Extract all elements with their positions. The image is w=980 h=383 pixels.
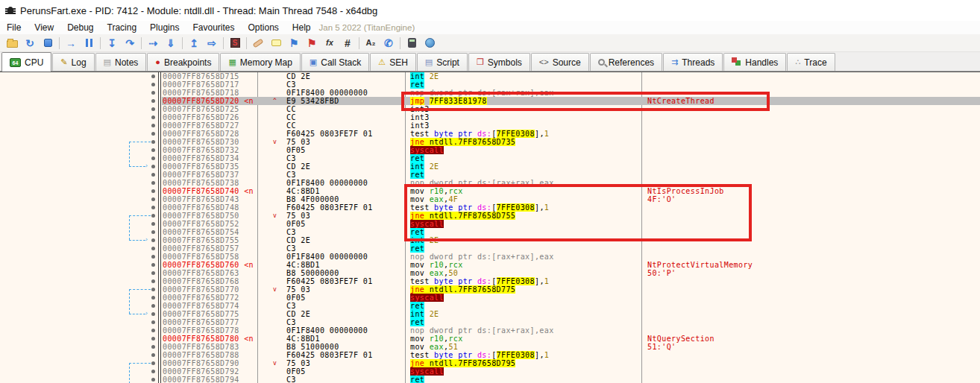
bytes-cell[interactable]: C3: [286, 154, 296, 162]
address-cell[interactable]: 00007FF87658D717: [163, 80, 257, 89]
bytes-cell[interactable]: B8 4F000000: [286, 195, 339, 203]
font-icon[interactable]: A₂: [362, 35, 380, 51]
instruction-cell[interactable]: nop dword ptr ds:[rax+rax],eax: [410, 253, 554, 261]
menu-help[interactable]: Help: [286, 21, 318, 34]
breakpoint-dot[interactable]: [151, 189, 155, 193]
bytes-cell[interactable]: CD 2E: [286, 310, 310, 318]
address-cell[interactable]: 00007FF87658D758: [163, 253, 257, 261]
tab-notes[interactable]: ▤Notes: [95, 53, 147, 71]
disasm-row[interactable]: 00007FF87658D783B8 51000000mov eax,5151:…: [0, 343, 980, 351]
bookmark-icon[interactable]: ⚑: [303, 35, 321, 51]
bytes-cell[interactable]: CD 2E: [286, 72, 310, 80]
breakpoint-dot[interactable]: [151, 329, 155, 332]
breakpoint-dot[interactable]: [151, 214, 155, 218]
bytes-cell[interactable]: C3: [286, 80, 296, 89]
restart-icon[interactable]: ↻: [21, 35, 39, 51]
instruction-cell[interactable]: int 2E: [410, 162, 439, 171]
breakpoint-dot[interactable]: [151, 132, 155, 136]
execute-till-return-icon[interactable]: ⇓: [162, 35, 180, 51]
address-cell[interactable]: 00007FF87658D757: [163, 244, 257, 253]
instruction-cell[interactable]: ret: [410, 171, 424, 179]
instruction-cell[interactable]: ret: [410, 376, 424, 383]
open-file-icon[interactable]: [3, 35, 21, 51]
address-cell[interactable]: 00007FF87658D718: [163, 89, 257, 97]
address-cell[interactable]: 00007FF87658D750: [163, 212, 257, 220]
bytes-cell[interactable]: C3: [286, 302, 296, 310]
disasm-row[interactable]: 00007FF87658D7780F1F8400 00000000nop dwo…: [0, 326, 980, 335]
instruction-cell[interactable]: mov r10,rcx: [410, 261, 463, 269]
address-cell[interactable]: 00007FF87658D754: [163, 228, 257, 236]
step-over-icon[interactable]: ↷: [121, 35, 139, 51]
address-cell[interactable]: 00007FF87658D788: [163, 351, 257, 359]
breakpoint-dot[interactable]: [151, 206, 155, 209]
disasm-row[interactable]: 00007FF87658D726CCint3: [0, 113, 980, 121]
menu-options[interactable]: Options: [241, 21, 285, 34]
breakpoint-dot[interactable]: [151, 361, 155, 365]
menu-tracing[interactable]: Tracing: [101, 21, 144, 34]
address-cell[interactable]: 00007FF87658D727: [163, 121, 257, 130]
tab-cpu[interactable]: 64CPU: [1, 52, 51, 72]
bytes-cell[interactable]: 0F05: [286, 146, 306, 154]
breakpoint-dot[interactable]: [151, 370, 155, 373]
breakpoint-dot[interactable]: [151, 222, 155, 226]
bytes-cell[interactable]: C3: [286, 318, 296, 326]
address-cell[interactable]: 00007FF87658D760 <n: [163, 261, 257, 269]
address-cell[interactable]: 00007FF87658D790: [163, 359, 257, 367]
bytes-cell[interactable]: 4C:8BD1: [286, 261, 320, 269]
tab-source[interactable]: <>Source: [531, 53, 589, 71]
bytes-cell[interactable]: CD 2E: [286, 162, 310, 171]
breakpoint-dot[interactable]: [151, 156, 155, 160]
disasm-row[interactable]: 00007FF87658D737C3ret: [0, 171, 980, 179]
breakpoint-dot[interactable]: [151, 107, 155, 111]
breakpoint-dot[interactable]: [151, 140, 155, 144]
instruction-cell[interactable]: int 2E: [410, 310, 439, 318]
instruction-cell[interactable]: int3: [410, 121, 430, 130]
tab-memory-map[interactable]: ▦Memory Map: [220, 53, 300, 71]
menu-favourites[interactable]: Favourites: [186, 21, 241, 34]
instruction-cell[interactable]: test byte ptr ds:[7FFE0308],1: [410, 130, 549, 138]
bytes-cell[interactable]: 75 03: [286, 285, 310, 294]
tab-call-stack[interactable]: ▣Call Stack: [301, 53, 369, 71]
step-out-icon[interactable]: ↥: [185, 35, 203, 51]
tab-trace[interactable]: ∴Trace: [787, 53, 835, 71]
instruction-cell[interactable]: ret: [410, 302, 424, 310]
address-cell[interactable]: 00007FF87658D730: [163, 138, 257, 146]
address-cell[interactable]: 00007FF87658D738: [163, 179, 257, 187]
instruction-cell[interactable]: jne ntdll.7FF87658D795: [410, 359, 515, 367]
breakpoint-dot[interactable]: [151, 263, 155, 267]
address-cell[interactable]: 00007FF87658D725: [163, 105, 257, 113]
disasm-row[interactable]: 00007FF87658D717C3ret: [0, 80, 980, 89]
address-cell[interactable]: 00007FF87658D740 <n: [163, 187, 257, 195]
instruction-cell[interactable]: mov eax,51: [410, 343, 458, 351]
address-cell[interactable]: 00007FF87658D726: [163, 113, 257, 121]
close-icon[interactable]: [39, 35, 57, 51]
bytes-cell[interactable]: CD 2E: [286, 236, 310, 244]
disasm-row[interactable]: 00007FF87658D768F60425 0803FE7F 01test b…: [0, 277, 980, 285]
instruction-cell[interactable]: syscall: [410, 146, 444, 154]
breakpoint-dot[interactable]: [151, 279, 155, 283]
breakpoint-dot[interactable]: [151, 337, 155, 341]
bytes-cell[interactable]: F60425 0803FE7F 01: [286, 203, 373, 212]
bytes-cell[interactable]: 0F05: [286, 294, 306, 302]
bytes-cell[interactable]: 0F1F8400 00000000: [286, 179, 368, 187]
address-cell[interactable]: 00007FF87658D732: [163, 146, 257, 154]
instruction-cell[interactable]: jne ntdll.7FF87658D775: [410, 285, 515, 294]
instruction-cell[interactable]: jne ntdll.7FF87658D735: [410, 138, 515, 146]
instruction-cell[interactable]: nop dword ptr ds:[rax+rax],eax: [410, 326, 554, 335]
comment-label[interactable]: 50:'P': [647, 269, 676, 277]
breakpoint-dot[interactable]: [151, 353, 155, 357]
function-icon[interactable]: fx: [321, 35, 339, 51]
disasm-row[interactable]: 00007FF87658D727CCint3: [0, 121, 980, 130]
bytes-cell[interactable]: F60425 0803FE7F 01: [286, 130, 373, 138]
label-icon[interactable]: ⚑: [285, 35, 303, 51]
patch-icon[interactable]: [249, 35, 267, 51]
breakpoint-dot[interactable]: [151, 238, 155, 242]
address-cell[interactable]: 00007FF87658D777: [163, 318, 257, 326]
bytes-cell[interactable]: 0F1F8400 00000000: [286, 326, 368, 335]
disasm-row[interactable]: 00007FF87658D788F60425 0803FE7F 01test b…: [0, 351, 980, 359]
disassembly-view[interactable]: 00007FF87658D715CD 2Eint 2E00007FF87658D…: [0, 72, 980, 383]
instruction-cell[interactable]: syscall: [410, 367, 444, 376]
breakpoint-dot[interactable]: [151, 115, 155, 119]
bytes-cell[interactable]: B8 51000000: [286, 343, 339, 351]
breakpoint-dot[interactable]: [151, 124, 155, 127]
